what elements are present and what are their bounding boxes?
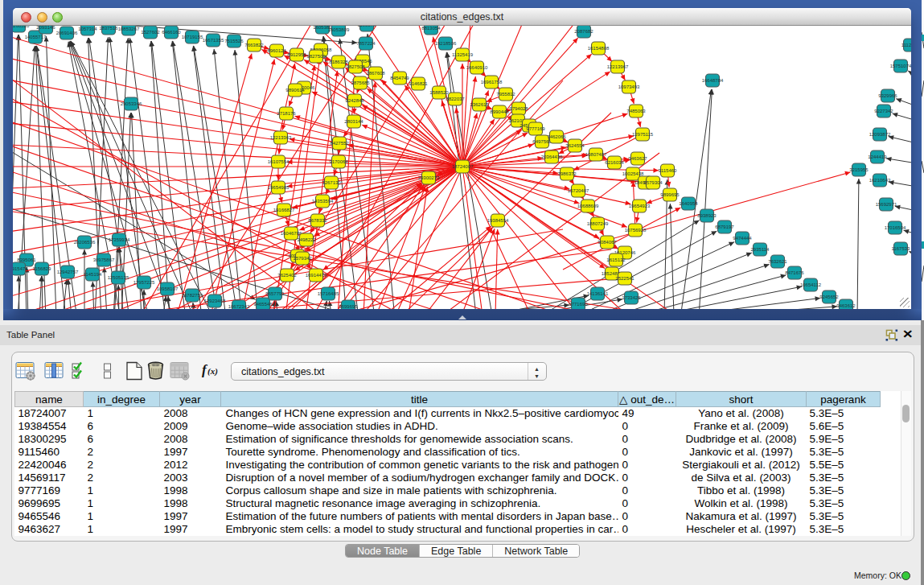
svg-text:6216034: 6216034 [605, 160, 624, 165]
svg-text:6466160: 6466160 [162, 30, 181, 35]
svg-text:3498222: 3498222 [297, 237, 316, 242]
svg-text:1167533: 1167533 [892, 246, 911, 251]
svg-text:9474444: 9474444 [733, 236, 752, 241]
svg-text:12505135: 12505135 [108, 275, 129, 280]
svg-text:29053346: 29053346 [121, 101, 142, 106]
svg-text:3915476: 3915476 [13, 266, 28, 271]
svg-text:15716485: 15716485 [318, 291, 339, 296]
svg-text:16210643: 16210643 [869, 178, 891, 183]
svg-text:9084067: 9084067 [598, 240, 617, 245]
svg-text:9827508: 9827508 [346, 64, 365, 69]
svg-text:19218506: 19218506 [435, 41, 457, 46]
svg-text:3267130: 3267130 [322, 180, 341, 185]
svg-text:9329966: 9329966 [878, 93, 897, 98]
svg-text:2935114: 2935114 [751, 247, 770, 252]
svg-text:15751074: 15751074 [890, 64, 911, 68]
svg-text:10719155: 10719155 [182, 35, 203, 39]
svg-text:12213363: 12213363 [270, 135, 292, 140]
svg-text:10973493: 10973493 [618, 84, 640, 89]
svg-text:7485063: 7485063 [626, 109, 646, 113]
svg-text:1112744: 1112744 [901, 43, 911, 47]
svg-text:1057314: 1057314 [78, 27, 97, 31]
svg-text:19384554: 19384554 [487, 218, 509, 223]
svg-text:6497568: 6497568 [532, 139, 552, 144]
svg-text:14055717: 14055717 [25, 35, 47, 39]
svg-text:8454749: 8454749 [390, 76, 409, 80]
svg-text:26260520: 26260520 [13, 26, 30, 28]
svg-text:10756928: 10756928 [625, 228, 647, 233]
svg-text:9465546: 9465546 [253, 302, 273, 307]
svg-text:20206536: 20206536 [74, 240, 96, 245]
svg-text:16648784: 16648784 [702, 78, 724, 83]
svg-text:10807487: 10807487 [585, 152, 607, 157]
svg-text:1588520: 1588520 [429, 90, 449, 95]
svg-text:19654923: 19654923 [629, 204, 651, 208]
svg-text:1527602: 1527602 [141, 30, 160, 35]
svg-text:10853267: 10853267 [118, 27, 140, 31]
svg-text:18807249: 18807249 [587, 221, 609, 226]
svg-text:16107554: 16107554 [268, 159, 290, 164]
svg-text:8822037: 8822037 [446, 97, 465, 101]
svg-text:2522541: 2522541 [615, 276, 634, 281]
svg-text:8912954: 8912954 [287, 52, 306, 57]
svg-text:16782759: 16782759 [182, 293, 203, 298]
svg-text:1640954: 1640954 [679, 201, 698, 206]
svg-text:7625402: 7625402 [277, 273, 297, 278]
svg-text:19654985: 19654985 [268, 185, 290, 190]
svg-text:1615132: 1615132 [606, 257, 626, 262]
svg-text:9170064: 9170064 [329, 159, 348, 164]
svg-text:17957225: 17957225 [133, 280, 155, 285]
svg-text:14136141: 14136141 [587, 291, 609, 296]
svg-text:8813054: 8813054 [421, 26, 441, 31]
svg-text:9227342: 9227342 [874, 109, 893, 113]
svg-text:16914479: 16914479 [306, 273, 327, 278]
svg-text:7632621: 7632621 [768, 259, 787, 264]
svg-text:9890614: 9890614 [285, 88, 305, 93]
svg-text:2867608: 2867608 [366, 71, 385, 76]
svg-text:2093146: 2093146 [36, 26, 55, 30]
svg-text:8471676: 8471676 [785, 270, 804, 275]
svg-text:20691406: 20691406 [56, 31, 78, 35]
svg-text:11325419: 11325419 [452, 52, 474, 57]
svg-text:8395061: 8395061 [17, 257, 36, 262]
svg-text:6794028: 6794028 [509, 106, 528, 111]
svg-text:10672342: 10672342 [228, 304, 250, 309]
svg-text:16154808: 16154808 [588, 46, 610, 51]
svg-text:12213967: 12213967 [607, 64, 629, 69]
svg-text:9146821: 9146821 [409, 81, 428, 86]
svg-text:9899695: 9899695 [660, 192, 680, 197]
svg-text:9242848: 9242848 [345, 98, 364, 103]
svg-text:17016504: 17016504 [885, 225, 906, 230]
svg-text:9115460: 9115460 [659, 168, 678, 173]
svg-text:19166827: 19166827 [273, 208, 295, 212]
svg-text:9699695: 9699695 [339, 304, 358, 309]
svg-text:29300273: 29300273 [418, 175, 440, 180]
svg-text:7986372: 7986372 [557, 171, 577, 176]
svg-text:30975867: 30975867 [93, 257, 115, 262]
svg-text:2718176: 2718176 [277, 111, 296, 116]
svg-text:18724007: 18724007 [452, 164, 474, 169]
svg-text:2803144: 2803144 [344, 119, 363, 124]
svg-text:1837516: 1837516 [99, 26, 118, 31]
svg-text:20364436: 20364436 [541, 154, 563, 159]
svg-text:7663822: 7663822 [244, 43, 264, 47]
svg-text:8427552: 8427552 [330, 141, 349, 146]
svg-text:2087682: 2087682 [574, 29, 593, 34]
svg-text:9463612: 9463612 [836, 303, 856, 308]
svg-text:14353594: 14353594 [312, 199, 334, 204]
svg-text:10654112: 10654112 [800, 282, 822, 287]
svg-text:8678332: 8678332 [308, 218, 327, 223]
svg-text:10025438: 10025438 [622, 171, 644, 176]
svg-text:9245652: 9245652 [819, 295, 839, 299]
svg-text:3215955: 3215955 [849, 167, 869, 172]
svg-text:1362615: 1362615 [470, 102, 489, 107]
svg-text:1579342: 1579342 [293, 256, 312, 261]
svg-text:16053809: 16053809 [328, 27, 350, 32]
svg-text:1156829: 1156829 [33, 266, 52, 271]
svg-text:12923468: 12923468 [204, 299, 226, 303]
svg-text:12942757: 12942757 [57, 270, 79, 274]
svg-text:1145194: 1145194 [84, 272, 103, 277]
svg-text:17359934: 17359934 [109, 237, 130, 242]
svg-text:9463627: 9463627 [628, 156, 647, 161]
svg-text:9771690: 9771690 [569, 302, 588, 307]
